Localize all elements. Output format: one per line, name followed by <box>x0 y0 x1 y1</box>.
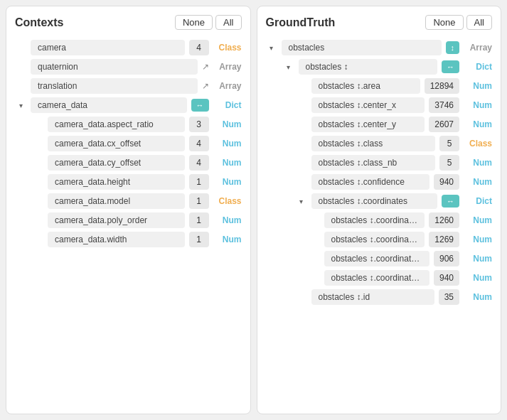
list-item: obstacles ↕.coordinates.y1906Num <box>266 251 493 266</box>
row-value: 940 <box>434 174 459 190</box>
row-value: 1269 <box>429 232 459 247</box>
list-item: camera_data.cx_offset4Num <box>15 136 242 151</box>
row-label: obstacles ↕.coordinates.x1 <box>324 212 425 228</box>
type-badge: Class <box>213 43 242 53</box>
list-item: ▾obstacles↕Array <box>266 40 493 55</box>
type-badge: Dict <box>464 62 492 72</box>
row-value: 4 <box>189 136 209 151</box>
list-item: obstacles ↕.area12894Num <box>266 78 493 94</box>
row-label: obstacles ↕.area <box>311 78 420 94</box>
type-badge: Num <box>213 139 242 149</box>
row-label: obstacles ↕.coordinates <box>311 193 438 209</box>
row-value: 1 <box>189 232 209 247</box>
type-badge: Num <box>213 119 242 129</box>
list-item: obstacles ↕.class_nb5Num <box>266 155 493 171</box>
row-value: 3746 <box>429 97 459 113</box>
groundtruth-title: GroundTruth <box>266 16 336 29</box>
row-label: translation <box>31 78 198 94</box>
contexts-title: Contexts <box>15 16 63 29</box>
row-label: camera_data.aspect_ratio <box>48 117 185 132</box>
list-item: ▾obstacles ↕↔Dict <box>266 59 493 75</box>
array-expand-icon[interactable]: ↗ <box>202 62 209 72</box>
row-label: obstacles ↕.coordinates.y2 <box>324 270 429 286</box>
row-value: 12894 <box>425 78 459 94</box>
type-badge: Num <box>464 100 492 110</box>
row-label: camera_data.cy_offset <box>48 155 185 171</box>
expand-icon[interactable]: ▾ <box>15 99 26 111</box>
type-badge: Dict <box>213 100 242 110</box>
type-badge: Num <box>464 254 492 264</box>
list-item: ▾obstacles ↕.coordinates↔Dict <box>266 193 493 209</box>
row-label: obstacles ↕.center_y <box>311 117 425 132</box>
type-badge: Dict <box>464 196 492 206</box>
contexts-rows: camera4Classquaternion↗Arraytranslation↗… <box>15 40 242 247</box>
type-badge: Num <box>464 235 492 244</box>
list-item: obstacles ↕.class5Class <box>266 136 493 151</box>
expand-icon[interactable]: ▾ <box>266 42 277 53</box>
row-value: 3 <box>189 117 209 132</box>
groundtruth-all-btn[interactable]: All <box>466 15 492 30</box>
array-expand-icon[interactable]: ↗ <box>202 81 209 91</box>
type-badge: Array <box>213 62 242 72</box>
dict-icon[interactable]: ↕ <box>446 41 460 54</box>
type-badge: Array <box>213 81 242 91</box>
dict-icon[interactable]: ↔ <box>442 195 459 208</box>
type-badge: Array <box>464 43 492 53</box>
type-badge: Num <box>464 119 492 129</box>
list-item: translation↗Array <box>15 78 242 94</box>
list-item: obstacles ↕.center_y2607Num <box>266 117 493 132</box>
row-value: 906 <box>434 251 459 266</box>
row-value: 1 <box>189 174 209 190</box>
type-badge: Num <box>464 273 492 283</box>
list-item: camera_data.poly_order1Num <box>15 212 242 228</box>
row-label: camera_data.height <box>48 174 185 190</box>
row-value: 1260 <box>429 212 459 228</box>
list-item: camera_data.height1Num <box>15 174 242 190</box>
list-item: obstacles ↕.center_x3746Num <box>266 97 493 113</box>
list-item: camera4Class <box>15 40 242 55</box>
contexts-panel: Contexts None All camera4Classquaternion… <box>6 6 251 414</box>
list-item: camera_data.width1Num <box>15 232 242 247</box>
row-value: 5 <box>439 136 459 151</box>
list-item: obstacles ↕.coordinates.x21269Num <box>266 232 493 247</box>
row-label: obstacles ↕.coordinates.x2 <box>324 232 425 247</box>
type-badge: Num <box>213 215 242 225</box>
list-item: obstacles ↕.confidence940Num <box>266 174 493 190</box>
row-label: camera_data.poly_order <box>48 212 185 228</box>
row-label: obstacles ↕.center_x <box>311 97 425 113</box>
row-value: 5 <box>439 155 459 171</box>
expand-icon[interactable]: ▾ <box>296 195 307 207</box>
row-label: obstacles ↕.coordinates.y1 <box>324 251 429 266</box>
row-label: obstacles ↕.confidence <box>311 174 429 190</box>
list-item: obstacles ↕.id35Num <box>266 289 493 305</box>
row-value: 4 <box>189 155 209 171</box>
row-value: 1 <box>189 193 209 209</box>
list-item: camera_data.cy_offset4Num <box>15 155 242 171</box>
row-label: camera_data.model <box>48 193 185 209</box>
groundtruth-header-buttons: None All <box>425 15 492 30</box>
contexts-header-buttons: None All <box>175 15 242 30</box>
row-label: camera_data.width <box>48 232 185 247</box>
contexts-all-btn[interactable]: All <box>215 15 241 30</box>
type-badge: Num <box>213 177 242 187</box>
list-item: quaternion↗Array <box>15 59 242 75</box>
groundtruth-none-btn[interactable]: None <box>425 15 463 30</box>
list-item: camera_data.model1Class <box>15 193 242 209</box>
expand-icon[interactable]: ▾ <box>283 61 294 72</box>
groundtruth-header: GroundTruth None All <box>266 15 493 30</box>
type-badge: Num <box>464 292 492 302</box>
type-badge: Num <box>464 215 492 225</box>
type-badge: Num <box>213 158 242 168</box>
row-value: 4 <box>189 40 209 55</box>
dict-icon[interactable]: ↔ <box>442 60 459 73</box>
type-badge: Class <box>464 139 492 149</box>
list-item: obstacles ↕.coordinates.x11260Num <box>266 212 493 228</box>
row-label: obstacles ↕ <box>299 59 438 75</box>
row-value: 35 <box>439 289 459 305</box>
type-badge: Class <box>213 196 242 206</box>
type-badge: Num <box>464 177 492 187</box>
dict-icon[interactable]: ↔ <box>191 99 209 112</box>
row-value: 2607 <box>429 117 459 132</box>
contexts-none-btn[interactable]: None <box>175 15 213 30</box>
row-value: 940 <box>434 270 459 286</box>
